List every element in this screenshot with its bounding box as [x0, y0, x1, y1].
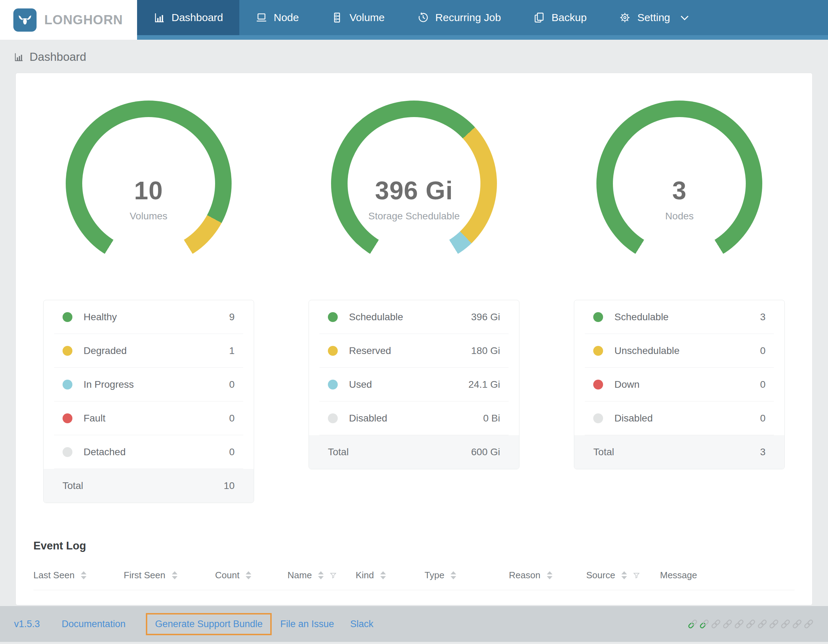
nav-tab-label: Recurring Job — [436, 12, 501, 24]
nav-tab-label: Dashboard — [171, 12, 223, 24]
list-item: In Progress 0 — [54, 368, 243, 401]
chain-link-icon — [792, 619, 802, 629]
filter-icon[interactable] — [633, 572, 640, 579]
storage-legend-card: Schedulable 396 Gi Reserved 180 Gi Used … — [309, 300, 519, 469]
column-header-reason[interactable]: Reason — [509, 570, 586, 581]
copy-icon — [533, 12, 545, 24]
status-dot — [593, 380, 603, 390]
list-item: Down 0 — [585, 368, 774, 401]
top-navbar: LONGHORN Dashboard Node Volume Recurring… — [0, 0, 828, 40]
clock-icon — [417, 12, 429, 24]
laptop-icon — [256, 12, 267, 24]
chain-link-icon — [745, 619, 756, 629]
volumes-legend-card: Healthy 9 Degraded 1 In Progress 0 Fault… — [43, 300, 254, 503]
list-item: Healthy 9 — [54, 300, 243, 334]
status-dot — [593, 346, 603, 356]
status-dot — [63, 312, 72, 322]
column-header-name[interactable]: Name — [287, 570, 356, 581]
chain-link-icon — [803, 619, 814, 629]
column-header-source[interactable]: Source — [586, 570, 660, 581]
chain-link-icon — [722, 619, 733, 629]
chevron-down-icon — [679, 12, 691, 24]
nav-tab-node[interactable]: Node — [239, 0, 315, 35]
nav-tab-backup[interactable]: Backup — [517, 0, 603, 35]
chain-link-icon — [734, 619, 744, 629]
chain-link-icon — [757, 619, 768, 629]
list-item: Schedulable 396 Gi — [320, 300, 508, 334]
breadcrumb: Dashboard — [0, 40, 828, 73]
footer-bar: v1.5.3 Documentation Generate Support Bu… — [0, 606, 828, 642]
nodes-gauge-label: Nodes — [665, 210, 694, 222]
status-dot — [593, 413, 603, 423]
brand-name: LONGHORN — [44, 13, 123, 27]
page-title: Dashboard — [30, 50, 86, 64]
status-dot — [63, 413, 72, 423]
nav-tab-recurring-job[interactable]: Recurring Job — [401, 0, 518, 35]
nav-tabs: Dashboard Node Volume Recurring Job Back… — [137, 0, 828, 40]
sort-icon[interactable] — [246, 571, 251, 579]
legend-row: Healthy 9 Degraded 1 In Progress 0 Fault… — [16, 300, 812, 503]
sort-icon[interactable] — [450, 571, 456, 579]
column-header-first-seen[interactable]: First Seen — [124, 570, 215, 581]
sort-icon[interactable] — [380, 571, 386, 579]
slack-link[interactable]: Slack — [350, 619, 373, 630]
sort-icon[interactable] — [318, 571, 324, 579]
sort-icon[interactable] — [547, 571, 552, 579]
storage-gauge-label: Storage Schedulable — [368, 210, 460, 222]
list-item: Disabled 0 — [585, 401, 774, 435]
list-item: Used 24.1 Gi — [320, 368, 508, 401]
gear-icon — [619, 12, 631, 24]
column-header-last-seen[interactable]: Last Seen — [33, 570, 124, 581]
nav-tab-label: Backup — [551, 12, 586, 24]
nodes-legend-card: Schedulable 3 Unschedulable 0 Down 0 Dis… — [574, 300, 785, 469]
nodes-gauge: 3 Nodes — [596, 101, 762, 267]
filter-icon[interactable] — [329, 572, 337, 579]
event-log-title: Event Log — [33, 540, 795, 552]
list-item: Unschedulable 0 — [585, 334, 774, 368]
volumes-gauge-label: Volumes — [130, 210, 167, 222]
sort-icon[interactable] — [81, 571, 86, 579]
storage-gauge: 396 Gi Storage Schedulable — [331, 101, 497, 267]
status-dot — [328, 380, 338, 390]
total-row: Total 600 Gi — [309, 435, 519, 469]
support-bundle-highlight-box: Generate Support Bundle — [146, 613, 272, 635]
nav-tab-setting[interactable]: Setting — [603, 0, 706, 35]
nav-tab-label: Setting — [637, 12, 670, 24]
list-item: Detached 0 — [54, 435, 243, 469]
status-dot — [328, 312, 338, 322]
nodes-count: 3 — [672, 176, 687, 205]
list-item: Reserved 180 Gi — [320, 334, 508, 368]
column-header-type[interactable]: Type — [425, 570, 509, 581]
nav-tab-dashboard[interactable]: Dashboard — [137, 0, 239, 35]
list-item: Degraded 1 — [54, 334, 243, 368]
version-label[interactable]: v1.5.3 — [14, 619, 40, 630]
chain-link-icon — [768, 619, 779, 629]
longhorn-logo[interactable]: LONGHORN — [0, 0, 137, 40]
column-header-kind[interactable]: Kind — [356, 570, 425, 581]
chain-link-icon — [710, 619, 721, 629]
status-dot — [328, 346, 338, 356]
bar-chart-icon — [153, 12, 165, 24]
total-row: Total 10 — [44, 469, 254, 503]
nav-tab-volume[interactable]: Volume — [315, 0, 401, 35]
gauges-row: 10 Volumes 396 Gi Storage Schedulable 3 … — [16, 73, 812, 267]
chain-link-icon — [687, 619, 698, 629]
bar-chart-icon — [13, 52, 24, 62]
chain-link-icon — [699, 619, 710, 629]
status-dot — [63, 346, 72, 356]
status-dot — [593, 312, 603, 322]
event-log-section: Event Log Last Seen First Seen Count Nam… — [33, 540, 795, 590]
documentation-link[interactable]: Documentation — [62, 619, 126, 630]
column-header-count[interactable]: Count — [215, 570, 287, 581]
volumes-gauge: 10 Volumes — [66, 101, 232, 267]
sort-icon[interactable] — [621, 571, 627, 579]
dashboard-panel: 10 Volumes 396 Gi Storage Schedulable 3 … — [16, 73, 812, 605]
file-an-issue-link[interactable]: File an Issue — [280, 619, 334, 630]
generate-support-bundle-link[interactable]: Generate Support Bundle — [155, 619, 262, 629]
column-header-message: Message — [660, 570, 795, 581]
event-log-header: Last Seen First Seen Count Name Kind — [33, 570, 795, 590]
list-item: Disabled 0 Bi — [320, 401, 508, 435]
volumes-count: 10 — [134, 176, 163, 205]
sort-icon[interactable] — [172, 571, 177, 579]
storage-amount: 396 Gi — [375, 176, 453, 205]
